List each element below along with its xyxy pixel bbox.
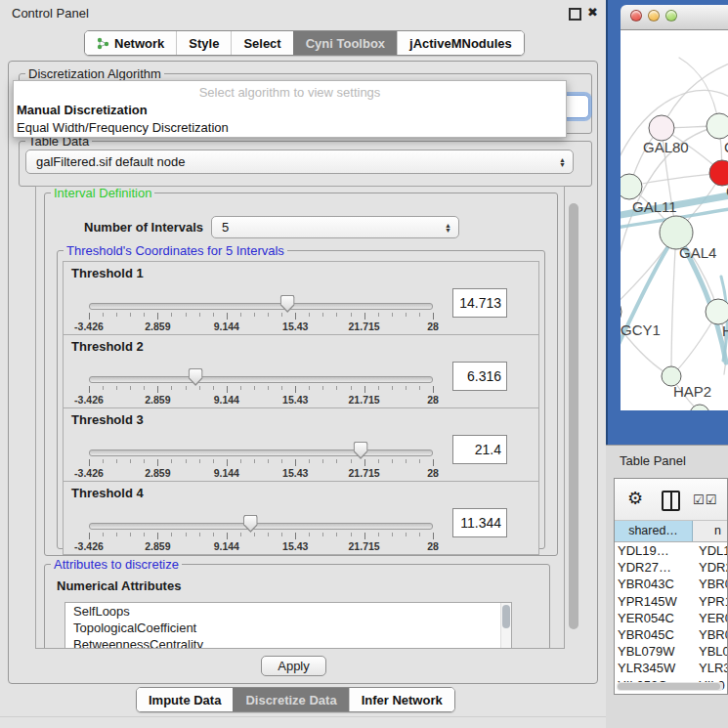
table-row[interactable]: YBL079WYBL0 xyxy=(615,643,727,660)
table-row[interactable]: YLR345WYLR3 xyxy=(615,660,727,676)
algorithm-dropdown-popup: Select algorithm to view settings Manual… xyxy=(13,80,567,138)
tick-label: 15.43 xyxy=(282,394,308,406)
attribute-item-betweennesscentrality[interactable]: BetweennessCentrality xyxy=(65,636,511,649)
slider-tick xyxy=(392,386,393,390)
threshold-slider[interactable]: -3.4262.8599.14415.4321.71528 xyxy=(89,335,433,407)
slider-tick xyxy=(199,533,200,536)
tab-jactivemnodules[interactable]: jActiveMNodules xyxy=(397,31,524,55)
tab-cyni-toolbox[interactable]: Cyni Toolbox xyxy=(293,31,397,55)
slider-tick xyxy=(419,386,420,390)
table-row[interactable]: YDL19…YDL1 xyxy=(615,542,727,559)
threshold-slider[interactable]: -3.4262.8599.14415.4321.71528 xyxy=(89,482,433,554)
slider-track[interactable] xyxy=(89,523,433,530)
dropdown-placeholder-option[interactable]: Select algorithm to view settings xyxy=(14,85,566,100)
tick-label: 15.43 xyxy=(282,540,308,552)
slider-tick xyxy=(116,533,117,536)
node-label-ga: GA xyxy=(724,139,728,155)
column-header-shared-name[interactable]: shared… xyxy=(615,521,693,541)
threshold-value-input[interactable] xyxy=(452,362,507,391)
attribute-item-topologicalcoefficient[interactable]: TopologicalCoefficient xyxy=(65,620,511,636)
column-header-name[interactable]: n xyxy=(693,521,727,541)
network-window-titlebar[interactable] xyxy=(621,5,728,30)
table-data-combo[interactable]: galFiltered.sif default node ▲▼ xyxy=(25,150,574,174)
slider-tick xyxy=(227,386,228,393)
tab-network[interactable]: Network xyxy=(85,31,176,55)
control-panel-tabs: NetworkStyleSelectCyni ToolboxjActiveMNo… xyxy=(84,30,525,56)
panel-scrollbar-thumb[interactable] xyxy=(569,203,578,629)
threshold-slider[interactable]: -3.4262.8599.14415.4321.71528 xyxy=(89,262,433,334)
slider-tick xyxy=(378,313,379,317)
slider-tick xyxy=(419,533,420,536)
slider-tick xyxy=(309,313,310,317)
node-gal80[interactable] xyxy=(649,115,674,141)
columns-icon[interactable] xyxy=(662,491,680,511)
node-gal11[interactable] xyxy=(621,174,642,199)
threshold-value-input[interactable] xyxy=(452,508,507,537)
tick-label: 9.144 xyxy=(214,321,239,332)
table-row[interactable]: YER054CYER0 xyxy=(615,610,727,626)
slider-tick xyxy=(240,533,241,536)
slider-thumb[interactable] xyxy=(189,368,203,386)
cell-name: YER0 xyxy=(694,610,727,626)
tab-select[interactable]: Select xyxy=(231,31,292,55)
slider-tick xyxy=(433,533,434,539)
slider-tick xyxy=(89,533,90,539)
threshold-slider[interactable]: -3.4262.8599.14415.4321.71528 xyxy=(89,408,433,481)
dropdown-option-equal-width-frequency-discretization[interactable]: Equal Width/Frequency Discretization xyxy=(16,119,564,136)
table-data-combo-value: galFiltered.sif default node xyxy=(36,154,185,169)
dropdown-option-manual-discretization[interactable]: Manual Discretization xyxy=(16,102,564,118)
tab-infer-network[interactable]: Infer Network xyxy=(349,688,454,711)
network-canvas[interactable]: GAL80GACGAL11GAL4GCY1HHAP2 xyxy=(621,30,728,410)
cell-name: YPR1 xyxy=(694,593,727,610)
float-window-icon[interactable] xyxy=(569,8,581,21)
tab-impute-data[interactable]: Impute Data xyxy=(137,688,233,711)
tab-discretize-data[interactable]: Discretize Data xyxy=(233,688,348,711)
slider-track[interactable] xyxy=(89,450,433,456)
threshold-value-input[interactable] xyxy=(452,288,507,318)
slider-tick xyxy=(227,533,228,539)
table-horizontal-scrollbar[interactable] xyxy=(617,682,723,691)
slider-tick xyxy=(364,313,365,320)
number-of-intervals-combo[interactable]: 5 ▲▼ xyxy=(211,216,459,238)
node-label-gcy1: GCY1 xyxy=(621,321,661,338)
slider-thumb[interactable] xyxy=(243,515,258,533)
tick-label: 2.859 xyxy=(145,467,170,479)
slider-tick xyxy=(322,459,323,463)
slider-tick xyxy=(240,459,241,463)
slider-tick xyxy=(103,533,104,536)
interval-definition-label: Interval Definition xyxy=(51,186,154,200)
table-row[interactable]: YDR27…YDR2 xyxy=(615,559,727,576)
attribute-item-selfloops[interactable]: SelfLoops xyxy=(65,603,511,620)
slider-tick xyxy=(322,386,323,390)
threshold-value-input[interactable] xyxy=(452,435,507,464)
node-top-right[interactable] xyxy=(707,113,728,139)
gear-icon[interactable]: ⚙ xyxy=(627,488,643,509)
discretization-algorithm-label: Discretization Algorithm xyxy=(25,66,164,81)
slider-thumb[interactable] xyxy=(280,295,295,313)
slider-tick xyxy=(89,386,90,393)
slider-tick xyxy=(433,459,434,466)
close-icon[interactable]: ✖ xyxy=(587,5,598,20)
table-row[interactable]: YBR043CYBR0 xyxy=(615,576,727,592)
apply-button[interactable]: Apply xyxy=(261,656,326,676)
checkboxes-icon[interactable]: ☑☑ xyxy=(693,492,717,507)
tick-label: 28 xyxy=(427,540,439,552)
slider-thumb[interactable] xyxy=(354,442,368,459)
table-hscrollbar-thumb[interactable] xyxy=(618,683,720,690)
tick-label: -3.426 xyxy=(74,321,104,332)
slider-tick xyxy=(351,386,352,390)
zoom-traffic-light[interactable] xyxy=(665,10,677,21)
list-scrollbar-thumb[interactable] xyxy=(502,605,510,628)
list-scrollbar[interactable] xyxy=(500,603,511,649)
slider-track[interactable] xyxy=(89,376,433,383)
tab-style[interactable]: Style xyxy=(176,31,231,55)
table-row[interactable]: YBR045CYBR0 xyxy=(615,626,727,643)
close-traffic-light[interactable] xyxy=(630,10,642,21)
slider-track[interactable] xyxy=(89,303,433,310)
slider-tick xyxy=(268,386,269,390)
tab-label: Impute Data xyxy=(149,689,221,711)
minimize-traffic-light[interactable] xyxy=(648,10,660,21)
table-row[interactable]: YPR145WYPR1 xyxy=(615,593,727,610)
node-right-h[interactable] xyxy=(706,299,728,324)
node-table-panel: ⚙ ☑☑ shared… n YDL19…YDL1YDR27…YDR2YBR04… xyxy=(614,478,728,695)
